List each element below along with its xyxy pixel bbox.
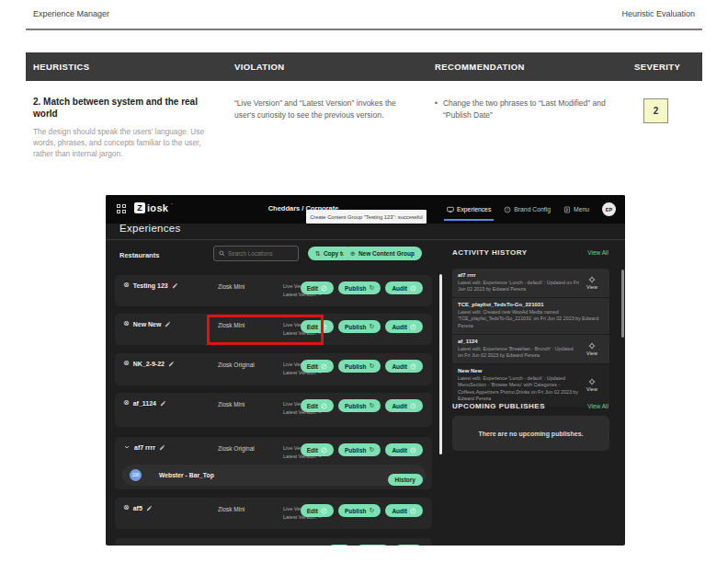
audit-button[interactable]: Audit bbox=[385, 320, 423, 333]
edit-circle-icon bbox=[321, 285, 327, 292]
header-divider bbox=[26, 29, 702, 30]
audit-button[interactable]: Audit bbox=[385, 360, 423, 373]
location-subrow[interactable]: 108 Webster - Bar_Top History bbox=[122, 465, 426, 486]
circle-x-icon[interactable]: ⊗ bbox=[123, 360, 130, 367]
activity-scrollbar[interactable] bbox=[621, 270, 624, 338]
activity-entry[interactable]: af7 rrrr Latest edit: Experience 'Lunch … bbox=[452, 269, 609, 298]
title-divider bbox=[106, 239, 625, 240]
heuristic-title: 2. Match between system and the real wor… bbox=[33, 96, 211, 120]
refresh-icon: ↻ bbox=[370, 323, 375, 330]
publish-button[interactable]: Publish↻ bbox=[338, 399, 381, 412]
view-button[interactable]: View bbox=[580, 272, 604, 293]
col-severity: SEVERITY bbox=[634, 52, 680, 81]
audit-button[interactable]: Audit bbox=[394, 545, 423, 546]
edit-button[interactable]: Edit bbox=[301, 504, 334, 517]
publish-button[interactable]: Publish↻ bbox=[338, 320, 381, 333]
device-type: Ziosk Mini bbox=[218, 506, 245, 512]
col-violation: VIOLATION bbox=[234, 52, 285, 81]
experience-name: Testing 123 bbox=[133, 282, 168, 289]
rename-pencil-icon[interactable] bbox=[160, 400, 166, 407]
activity-history-title: ACTIVITY HISTORY bbox=[452, 248, 528, 257]
circle-x-icon[interactable]: ⊗ bbox=[123, 282, 130, 289]
rename-pencil-icon[interactable] bbox=[168, 361, 175, 367]
nav-experiences[interactable]: Experiences bbox=[447, 206, 491, 213]
search-locations-box[interactable] bbox=[213, 246, 299, 261]
audit-button[interactable]: Audit bbox=[385, 399, 423, 412]
app-launcher-icon[interactable] bbox=[117, 204, 127, 214]
menu-doc-icon bbox=[563, 206, 571, 213]
view-button[interactable]: View bbox=[580, 339, 604, 359]
publish-button[interactable]: Publish↻ bbox=[338, 443, 381, 456]
publish-button[interactable]: Publish bbox=[356, 545, 390, 546]
circle-x-icon[interactable]: ⊗ bbox=[123, 504, 130, 511]
publish-button[interactable]: Publish↻ bbox=[338, 360, 381, 373]
edit-circle-icon bbox=[321, 363, 327, 370]
chevron-down-icon[interactable] bbox=[123, 443, 131, 451]
clock-icon bbox=[410, 447, 416, 454]
recommendation-cell: • Change the two phrases to “Last Modifi… bbox=[435, 98, 614, 121]
activity-entry[interactable]: New New Latest edit: Experience 'Lunch -… bbox=[452, 364, 609, 407]
rename-pencil-icon[interactable] bbox=[159, 444, 165, 451]
experience-name: NK_2-9-22 bbox=[133, 361, 165, 367]
edit-circle-icon bbox=[321, 403, 327, 409]
copy-arrows-icon: ⇅ bbox=[315, 250, 321, 258]
circle-x-icon[interactable]: ⊗ bbox=[123, 320, 130, 327]
experience-list-scrollbar[interactable] bbox=[439, 274, 442, 454]
activity-view-all-link[interactable]: View All bbox=[587, 249, 609, 256]
document-page: Experience Manager Heuristic Evaluation … bbox=[0, 0, 728, 563]
rename-pencil-icon[interactable] bbox=[146, 505, 153, 511]
experience-row-partial[interactable]: Edit Publish Audit bbox=[115, 538, 432, 546]
experience-row[interactable]: ⊗ NK_2-9-22 Ziosk Original Live Version:… bbox=[115, 353, 432, 385]
experience-row[interactable]: ⊗ Testing 123 Ziosk Mini Live Version: –… bbox=[115, 275, 432, 306]
bullet-icon: • bbox=[435, 98, 438, 121]
recommendation-text: Change the two phrases to “Last Modified… bbox=[443, 98, 614, 121]
table-header: HEURISTICS VIOLATION RECOMMENDATION SEVE… bbox=[26, 52, 702, 81]
audit-button[interactable]: Audit bbox=[385, 504, 423, 517]
circle-x-icon[interactable]: ⊗ bbox=[123, 399, 130, 407]
history-button[interactable]: History bbox=[388, 474, 423, 486]
refresh-icon: ↻ bbox=[370, 507, 375, 514]
upcoming-view-all-link[interactable]: View All bbox=[587, 403, 609, 409]
device-type: Ziosk Mini bbox=[218, 283, 245, 290]
rename-pencil-icon[interactable] bbox=[172, 282, 178, 289]
experience-row-expanded[interactable]: af7 rrrr Ziosk Original Live Version: – … bbox=[115, 437, 432, 489]
experience-name: af7 rrrr bbox=[134, 444, 155, 451]
edit-button[interactable]: Edit bbox=[301, 443, 334, 456]
refresh-icon: ↻ bbox=[370, 362, 375, 370]
publish-button[interactable]: Publish↻ bbox=[338, 282, 381, 294]
publish-button[interactable]: Publish↻ bbox=[338, 504, 381, 517]
gear-icon bbox=[588, 276, 596, 283]
user-avatar[interactable]: EP bbox=[602, 202, 616, 216]
audit-button[interactable]: Audit bbox=[385, 282, 423, 294]
edit-circle-icon bbox=[321, 508, 327, 514]
device-type: Ziosk Mini bbox=[218, 401, 245, 408]
nav-brand-config[interactable]: Brand Config bbox=[504, 206, 551, 213]
location-name: Webster - Bar_Top bbox=[159, 472, 214, 478]
topbar-nav: Experiences Brand Config Menu EP bbox=[447, 195, 616, 224]
edit-button[interactable]: Edit bbox=[301, 360, 334, 373]
embedded-screenshot: Z iosk ´ Cheddars / Corporate Experience… bbox=[106, 195, 625, 546]
new-content-group-button[interactable]: ⊕ New Content Group bbox=[343, 247, 422, 260]
experience-row[interactable]: ⊗ af5 Ziosk Mini Live Version: – Latest … bbox=[115, 498, 432, 529]
edit-button[interactable]: Edit bbox=[327, 545, 351, 546]
experience-name: af5 bbox=[133, 505, 142, 511]
audit-button[interactable]: Audit bbox=[385, 443, 423, 456]
activity-history-card: af7 rrrr Latest edit: Experience 'Lunch … bbox=[452, 269, 609, 407]
clock-icon bbox=[410, 363, 416, 370]
heuristic-cell: 2. Match between system and the real wor… bbox=[33, 96, 211, 159]
severity-badge: 2 bbox=[643, 98, 668, 123]
success-toast: Create Content Group "Testing 123": succ… bbox=[306, 210, 427, 224]
activity-entry[interactable]: af_1124 Latest edit: Experience 'Breakfa… bbox=[452, 335, 609, 364]
edit-button[interactable]: Edit bbox=[301, 399, 334, 412]
clock-icon bbox=[410, 324, 416, 330]
edit-button[interactable]: Edit bbox=[301, 282, 334, 294]
rename-pencil-icon[interactable] bbox=[165, 321, 171, 327]
activity-entry[interactable]: TCE_playlist_TedsTo-Go_221031 Latest edi… bbox=[452, 298, 609, 335]
nav-menu[interactable]: Menu bbox=[563, 206, 589, 213]
search-input[interactable] bbox=[228, 250, 294, 257]
upcoming-empty-state: There are no upcoming publishes. bbox=[452, 416, 609, 451]
experience-name: New New bbox=[133, 321, 162, 327]
view-button[interactable]: View bbox=[580, 368, 604, 402]
experience-row[interactable]: ⊗ af_1124 Ziosk Mini Live Version: – Lat… bbox=[115, 393, 432, 427]
plus-circle-icon: ⊕ bbox=[350, 250, 356, 258]
